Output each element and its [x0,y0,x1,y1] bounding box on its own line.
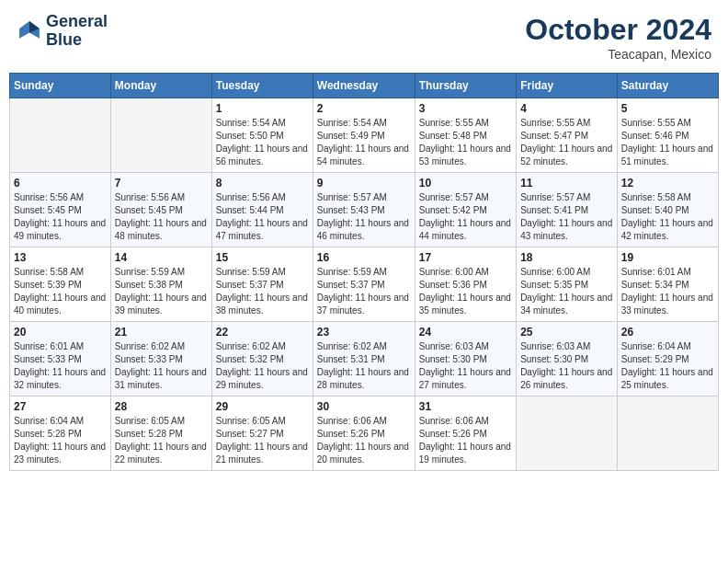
day-info: Sunrise: 6:01 AMSunset: 5:34 PMDaylight:… [621,266,714,317]
day-cell: 9Sunrise: 5:57 AMSunset: 5:43 PMDaylight… [313,173,415,247]
day-number: 17 [419,251,512,264]
weekday-header-friday: Friday [517,74,618,98]
day-info: Sunrise: 5:55 AMSunset: 5:47 PMDaylight:… [520,117,613,168]
day-number: 28 [115,400,208,413]
day-info: Sunrise: 6:03 AMSunset: 5:30 PMDaylight:… [419,340,512,392]
day-number: 1 [216,102,309,115]
day-cell: 14Sunrise: 5:59 AMSunset: 5:38 PMDayligh… [110,247,211,322]
day-info: Sunrise: 6:00 AMSunset: 5:35 PMDaylight:… [520,266,613,317]
day-info: Sunrise: 6:06 AMSunset: 5:26 PMDaylight:… [317,415,411,466]
day-cell: 21Sunrise: 6:02 AMSunset: 5:33 PMDayligh… [110,322,211,396]
week-row-4: 20Sunrise: 6:01 AMSunset: 5:33 PMDayligh… [10,322,719,396]
day-info: Sunrise: 5:54 AMSunset: 5:50 PMDaylight:… [216,117,309,168]
day-cell: 23Sunrise: 6:02 AMSunset: 5:31 PMDayligh… [313,322,415,396]
day-number: 7 [115,177,208,190]
day-number: 10 [419,177,512,190]
day-cell: 24Sunrise: 6:03 AMSunset: 5:30 PMDayligh… [415,322,516,396]
day-info: Sunrise: 6:05 AMSunset: 5:28 PMDaylight:… [115,415,208,466]
logo: General Blue [17,13,108,50]
weekday-header-wednesday: Wednesday [313,74,415,98]
day-info: Sunrise: 6:02 AMSunset: 5:33 PMDaylight:… [115,340,208,392]
day-cell: 11Sunrise: 5:57 AMSunset: 5:41 PMDayligh… [517,173,618,247]
day-cell: 4Sunrise: 5:55 AMSunset: 5:47 PMDaylight… [517,98,618,173]
day-info: Sunrise: 6:00 AMSunset: 5:36 PMDaylight:… [419,266,512,317]
day-info: Sunrise: 5:55 AMSunset: 5:48 PMDaylight:… [419,117,512,168]
day-number: 26 [621,326,714,339]
week-row-5: 27Sunrise: 6:04 AMSunset: 5:28 PMDayligh… [10,396,719,471]
day-number: 29 [216,400,309,413]
day-number: 22 [216,326,309,339]
title-block: October 2024 Teacapan, Mexico [525,13,711,62]
day-number: 24 [419,326,512,339]
weekday-header-sunday: Sunday [10,74,111,98]
page-header: General Blue October 2024 Teacapan, Mexi… [9,9,719,65]
week-row-3: 13Sunrise: 5:58 AMSunset: 5:39 PMDayligh… [10,247,719,322]
week-row-1: 1Sunrise: 5:54 AMSunset: 5:50 PMDaylight… [10,98,719,173]
day-info: Sunrise: 5:54 AMSunset: 5:49 PMDaylight:… [317,117,411,168]
day-cell: 8Sunrise: 5:56 AMSunset: 5:44 PMDaylight… [211,173,313,247]
weekday-header-tuesday: Tuesday [211,74,313,98]
day-number: 5 [621,102,714,115]
location-subtitle: Teacapan, Mexico [525,47,711,62]
day-cell: 31Sunrise: 6:06 AMSunset: 5:26 PMDayligh… [415,396,516,471]
day-cell: 10Sunrise: 5:57 AMSunset: 5:42 PMDayligh… [415,173,516,247]
day-info: Sunrise: 5:59 AMSunset: 5:37 PMDaylight:… [317,266,411,317]
day-number: 19 [621,251,714,264]
logo-icon [17,18,42,44]
day-number: 13 [14,251,107,264]
day-cell [10,98,111,173]
month-title: October 2024 [525,13,711,47]
day-info: Sunrise: 6:06 AMSunset: 5:26 PMDaylight:… [419,415,512,466]
day-cell: 25Sunrise: 6:03 AMSunset: 5:30 PMDayligh… [517,322,618,396]
day-info: Sunrise: 6:01 AMSunset: 5:33 PMDaylight:… [14,340,107,392]
day-info: Sunrise: 5:57 AMSunset: 5:41 PMDaylight:… [520,191,613,243]
day-cell: 30Sunrise: 6:06 AMSunset: 5:26 PMDayligh… [313,396,415,471]
day-info: Sunrise: 6:03 AMSunset: 5:30 PMDaylight:… [520,340,613,392]
day-info: Sunrise: 5:59 AMSunset: 5:37 PMDaylight:… [216,266,309,317]
day-number: 6 [14,177,107,190]
day-info: Sunrise: 6:05 AMSunset: 5:27 PMDaylight:… [216,415,309,466]
day-info: Sunrise: 5:56 AMSunset: 5:44 PMDaylight:… [216,191,309,243]
day-info: Sunrise: 5:55 AMSunset: 5:46 PMDaylight:… [621,117,714,168]
day-cell [617,396,718,471]
day-cell: 3Sunrise: 5:55 AMSunset: 5:48 PMDaylight… [415,98,516,173]
day-cell: 5Sunrise: 5:55 AMSunset: 5:46 PMDaylight… [617,98,718,173]
day-cell [517,396,618,471]
day-number: 11 [520,177,613,190]
day-info: Sunrise: 5:58 AMSunset: 5:39 PMDaylight:… [14,266,107,317]
day-cell: 15Sunrise: 5:59 AMSunset: 5:37 PMDayligh… [211,247,313,322]
day-number: 15 [216,251,309,264]
day-cell: 26Sunrise: 6:04 AMSunset: 5:29 PMDayligh… [617,322,718,396]
day-info: Sunrise: 5:57 AMSunset: 5:42 PMDaylight:… [419,191,512,243]
day-number: 12 [621,177,714,190]
day-cell: 13Sunrise: 5:58 AMSunset: 5:39 PMDayligh… [10,247,111,322]
day-number: 27 [14,400,107,413]
day-number: 3 [419,102,512,115]
day-cell: 7Sunrise: 5:56 AMSunset: 5:45 PMDaylight… [110,173,211,247]
day-number: 31 [419,400,512,413]
day-info: Sunrise: 6:02 AMSunset: 5:32 PMDaylight:… [216,340,309,392]
day-cell: 19Sunrise: 6:01 AMSunset: 5:34 PMDayligh… [617,247,718,322]
day-number: 8 [216,177,309,190]
day-info: Sunrise: 6:04 AMSunset: 5:28 PMDaylight:… [14,415,107,466]
day-cell: 22Sunrise: 6:02 AMSunset: 5:32 PMDayligh… [211,322,313,396]
day-cell: 12Sunrise: 5:58 AMSunset: 5:40 PMDayligh… [617,173,718,247]
day-info: Sunrise: 6:04 AMSunset: 5:29 PMDaylight:… [621,340,714,392]
day-cell: 6Sunrise: 5:56 AMSunset: 5:45 PMDaylight… [10,173,111,247]
weekday-header-thursday: Thursday [415,74,516,98]
day-info: Sunrise: 5:59 AMSunset: 5:38 PMDaylight:… [115,266,208,317]
day-cell: 28Sunrise: 6:05 AMSunset: 5:28 PMDayligh… [110,396,211,471]
day-number: 20 [14,326,107,339]
day-number: 23 [317,326,411,339]
day-cell [110,98,211,173]
logo-text: General Blue [46,13,108,50]
day-cell: 18Sunrise: 6:00 AMSunset: 5:35 PMDayligh… [517,247,618,322]
day-number: 30 [317,400,411,413]
day-cell: 20Sunrise: 6:01 AMSunset: 5:33 PMDayligh… [10,322,111,396]
day-number: 21 [115,326,208,339]
day-number: 2 [317,102,411,115]
day-cell: 17Sunrise: 6:00 AMSunset: 5:36 PMDayligh… [415,247,516,322]
day-number: 25 [520,326,613,339]
weekday-header-row: SundayMondayTuesdayWednesdayThursdayFrid… [10,74,719,98]
day-cell: 16Sunrise: 5:59 AMSunset: 5:37 PMDayligh… [313,247,415,322]
